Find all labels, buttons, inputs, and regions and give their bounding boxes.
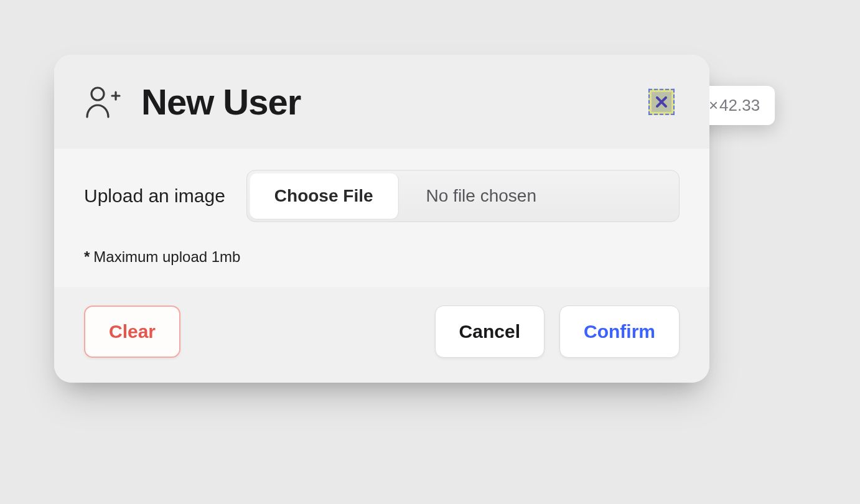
upload-label: Upload an image [84, 185, 225, 207]
svg-point-3 [91, 88, 104, 100]
file-input[interactable]: Choose File No file chosen [246, 170, 680, 222]
add-user-icon [84, 85, 121, 119]
dialog-body: Upload an image Choose File No file chos… [54, 149, 709, 287]
dialog-title: New User [141, 81, 301, 123]
clear-button[interactable]: Clear [84, 306, 180, 358]
required-star: * [84, 248, 90, 265]
new-user-dialog: button 42.33×42.33 New User [54, 55, 709, 383]
upload-hint-text: Maximum upload 1mb [93, 248, 240, 265]
file-status-text: No file chosen [401, 170, 679, 222]
close-button[interactable] [648, 88, 675, 114]
confirm-button[interactable]: Confirm [559, 306, 680, 358]
upload-row: Upload an image Choose File No file chos… [84, 170, 680, 222]
cancel-button[interactable]: Cancel [435, 306, 545, 358]
dialog-header: New User [54, 55, 709, 149]
upload-hint: *Maximum upload 1mb [84, 248, 680, 266]
close-icon [652, 91, 671, 111]
choose-file-button[interactable]: Choose File [250, 173, 399, 219]
dialog-footer: Clear Cancel Confirm [54, 287, 709, 383]
